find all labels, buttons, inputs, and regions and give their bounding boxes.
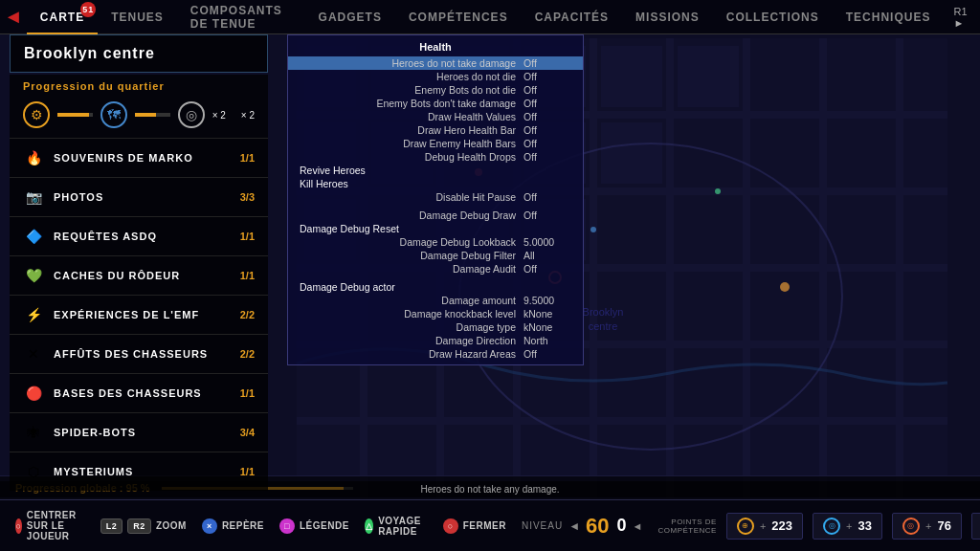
tab-capacites[interactable]: CAPACITÉS xyxy=(522,0,622,34)
progression-header: Progression du quartier xyxy=(10,75,268,96)
caches-label: CACHES DU RÔDEUR xyxy=(54,270,231,281)
tab-composants[interactable]: COMPOSANTS DE TENUE xyxy=(177,0,305,34)
ctrl-center[interactable]: ○ CENTRER SUR LE JOUEUR xyxy=(15,510,85,541)
requetes-label: REQUÊTES ASDQ xyxy=(54,231,231,242)
tab-tenues[interactable]: TENUES xyxy=(98,0,177,34)
requetes-count: 1/1 xyxy=(240,231,255,242)
sidebar-item-bases[interactable]: 🔴 BASES DES CHASSEURS 1/1 xyxy=(10,373,268,412)
tab-competences[interactable]: COMPÉTENCES xyxy=(395,0,522,34)
l2-btn: L2 xyxy=(100,518,123,534)
sidebar-item-caches[interactable]: 💚 CACHES DU RÔDEUR 1/1 xyxy=(10,255,268,295)
district-title: Brooklyn centre xyxy=(10,34,268,73)
sidebar: Brooklyn centre Progression du quartier … xyxy=(10,34,268,491)
nav-r1: R1 ► xyxy=(944,6,980,29)
debug-row-7[interactable]: Debug Health DropsOff xyxy=(288,150,583,164)
prog-icon-1: ⚙ xyxy=(23,101,50,128)
bottom-bar: ○ CENTRER SUR LE JOUEUR L2 R2 ZOOM × REP… xyxy=(0,499,980,551)
tab-gadgets[interactable]: GADGETS xyxy=(305,0,395,34)
requetes-icon: 🔷 xyxy=(23,226,44,247)
circle2-icon: ○ xyxy=(443,518,458,534)
multiplier-1: × 2 xyxy=(212,110,226,121)
debug-row-4[interactable]: Draw Health ValuesOff xyxy=(288,110,583,123)
stat-value-2: 33 xyxy=(858,518,872,533)
debug-row-12[interactable]: Damage Debug DrawOff xyxy=(288,209,583,222)
photos-icon: 📷 xyxy=(23,187,44,208)
debug-row-19[interactable]: Damage amount9.5000 xyxy=(288,294,583,307)
debug-row-16[interactable]: Damage AuditOff xyxy=(288,262,583,276)
debug-row-13[interactable]: Damage Debug Reset xyxy=(288,222,583,235)
nav-left-bracket: ◄ xyxy=(0,6,27,28)
debug-row-2[interactable]: Enemy Bots do not dieOff xyxy=(288,83,583,97)
spiderbots-label: SPIDER-BOTS xyxy=(54,427,231,438)
tab-missions[interactable]: MISSIONS xyxy=(622,0,713,34)
debug-row-21[interactable]: Damage typekNone xyxy=(288,320,583,334)
ctrl-legende[interactable]: □ LÉGENDE xyxy=(279,518,349,534)
affuts-label: AFFÛTS DES CHASSEURS xyxy=(54,348,231,360)
spiderbots-icon: 🕷 xyxy=(23,422,44,443)
sidebar-item-affuts[interactable]: ✕ AFFÛTS DES CHASSEURS 2/2 xyxy=(10,334,268,373)
tab-techniques[interactable]: TECHNIQUES xyxy=(833,0,945,34)
svg-point-34 xyxy=(780,282,790,292)
mysteriums-icon: ⬡ xyxy=(23,461,44,482)
debug-row-5[interactable]: Draw Hero Health BarOff xyxy=(288,123,583,137)
ctrl-voyage[interactable]: △ VOYAGE RAPIDE xyxy=(365,516,428,537)
debug-btn-8[interactable]: Revive Heroes xyxy=(300,165,366,176)
points-value: 0 xyxy=(617,516,627,536)
debug-row-0[interactable]: Heroes do not take damageOff xyxy=(288,56,583,70)
sidebar-item-requetes[interactable]: 🔷 REQUÊTES ASDQ 1/1 xyxy=(10,216,268,255)
debug-row-1[interactable]: Heroes do not dieOff xyxy=(288,70,583,83)
debug-row-22[interactable]: Damage DirectionNorth xyxy=(288,334,583,347)
debug-btn-18[interactable]: Damage Debug actor xyxy=(300,281,395,293)
stat-value-1: 223 xyxy=(771,518,792,533)
stat-block-3: ◎ + 76 xyxy=(892,513,962,540)
svg-text:centre: centre xyxy=(589,320,618,332)
sidebar-item-spiderbots[interactable]: 🕷 SPIDER-BOTS 3/4 xyxy=(10,412,268,452)
debug-row-15[interactable]: Damage Debug FilterAll xyxy=(288,249,583,262)
affuts-icon: ✕ xyxy=(23,343,44,364)
square-icon: □ xyxy=(279,518,295,534)
stat-block-2: ◎ + 33 xyxy=(813,513,882,540)
svg-point-33 xyxy=(715,188,721,194)
debug-btn-13[interactable]: Damage Debug Reset xyxy=(300,223,399,234)
ctrl-zoom[interactable]: L2 R2 ZOOM xyxy=(100,518,187,534)
ctrl-fermer[interactable]: ○ FERMER xyxy=(443,518,506,534)
debug-row-14[interactable]: Damage Debug Lookback5.0000 xyxy=(288,235,583,249)
emf-label: EXPÉRIENCES DE L'EMF xyxy=(54,309,231,320)
prog-bar xyxy=(57,113,93,117)
bases-label: BASES DES CHASSEURS xyxy=(54,387,231,399)
stat-icon-2: ◎ xyxy=(823,518,840,535)
debug-row-8[interactable]: Revive Heroes xyxy=(288,164,583,177)
debug-row-23[interactable]: Draw Hazard AreasOff xyxy=(288,347,583,361)
emf-icon: ⚡ xyxy=(23,304,44,325)
circle-icon: ○ xyxy=(15,518,22,534)
tab-collections[interactable]: COLLECTIONS xyxy=(713,0,833,34)
souvenirs-icon: 🔥 xyxy=(23,147,44,168)
debug-row-18[interactable]: Damage Debug actor xyxy=(288,280,583,294)
stat-value-3: 76 xyxy=(937,518,950,533)
bottom-right-stats: ⊕ + 223 ◎ + 33 ◎ + 76 ◎ + 43 xyxy=(726,513,980,540)
photos-count: 3/3 xyxy=(240,191,255,203)
debug-row-20[interactable]: Damage knockback levelkNone xyxy=(288,307,583,320)
debug-row-9[interactable]: Kill Heroes xyxy=(288,177,583,190)
sidebar-item-souvenirs[interactable]: 🔥 SOUVENIRS DE MARKO 1/1 xyxy=(10,138,268,177)
caches-icon: 💚 xyxy=(23,265,44,286)
carte-badge: 51 xyxy=(80,2,96,17)
prog-bar-2 xyxy=(135,113,170,117)
sidebar-item-emf[interactable]: ⚡ EXPÉRIENCES DE L'EMF 2/2 xyxy=(10,295,268,334)
debug-row-3[interactable]: Enemy Bots don't take damageOff xyxy=(288,97,583,110)
sidebar-item-photos[interactable]: 📷 PHOTOS 3/3 xyxy=(10,177,268,216)
tab-carte[interactable]: CARTE 51 xyxy=(27,0,98,34)
svg-text:Brooklyn: Brooklyn xyxy=(583,306,624,318)
cross-icon: × xyxy=(202,518,217,534)
mysteriums-count: 1/1 xyxy=(240,466,255,477)
bases-count: 1/1 xyxy=(240,387,255,399)
triangle-icon: △ xyxy=(365,518,373,534)
ctrl-repere[interactable]: × REPÈRE xyxy=(202,518,264,534)
stat-block-1: ⊕ + 223 xyxy=(726,513,803,540)
debug-btn-9[interactable]: Kill Heroes xyxy=(300,178,348,189)
r2-btn: R2 xyxy=(127,518,151,534)
sidebar-item-mysteriums[interactable]: ⬡ MYSTERIUMS 1/1 xyxy=(10,452,268,491)
debug-row-10[interactable]: Disable Hit PauseOff xyxy=(288,190,583,204)
debug-row-6[interactable]: Draw Enemy Health BarsOff xyxy=(288,137,583,150)
prog-icon-2: 🗺 xyxy=(100,101,127,128)
